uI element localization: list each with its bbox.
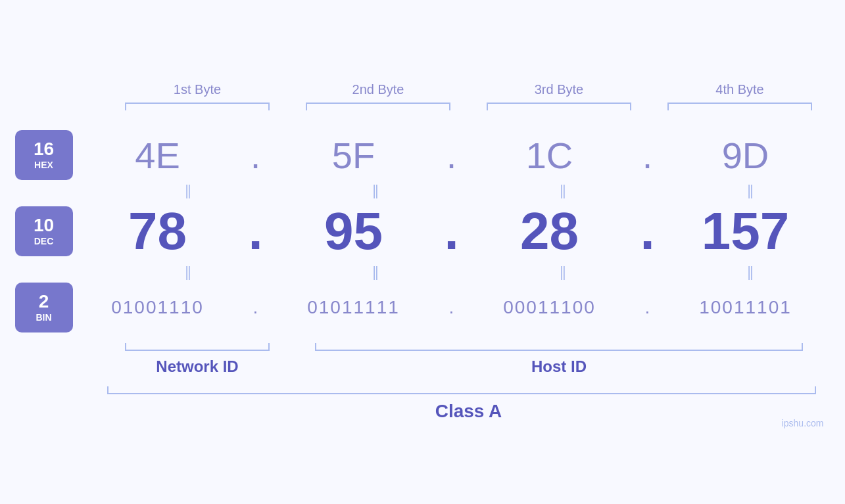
hex-badge: 16 HEX <box>15 130 73 180</box>
bottom-brackets-row <box>107 338 831 351</box>
byte-label-2: 2nd Byte <box>288 82 469 97</box>
bin-value-4: 10011101 <box>661 297 831 318</box>
class-bracket <box>107 386 816 394</box>
bin-badge: 2 BIN <box>15 283 73 332</box>
sep-1-2: || <box>295 182 456 199</box>
dec-value-4: 157 <box>661 201 831 262</box>
dec-row: 10 DEC 78 . 95 . 28 . 157 <box>15 201 831 262</box>
bottom-section: Network ID Host ID <box>107 338 831 376</box>
separator-row-1: || || || || <box>107 180 831 201</box>
bin-value-1: 01001110 <box>73 297 243 318</box>
hex-values-row: 4E . 5F . 1C . 9D <box>73 134 831 177</box>
network-id-label: Network ID <box>107 357 288 376</box>
byte-labels-row: 1st Byte 2nd Byte 3rd Byte 4th Byte <box>107 82 831 97</box>
byte-label-3: 3rd Byte <box>469 82 650 97</box>
network-bracket <box>125 343 270 351</box>
dec-values-row: 78 . 95 . 28 . 157 <box>73 201 831 262</box>
bin-values-row: 01001110 . 01011111 . 00011100 . 1001110… <box>73 297 831 318</box>
class-label: Class A <box>107 401 831 422</box>
byte-label-1: 1st Byte <box>107 82 288 97</box>
separator-row-2: || || || || <box>107 262 831 283</box>
sep-2-4: || <box>669 263 831 281</box>
bin-row: 2 BIN 01001110 . 01011111 . 00011100 . <box>15 283 831 332</box>
hex-value-4: 9D <box>661 134 831 177</box>
host-bracket-wrap <box>288 343 831 351</box>
class-section: Class A <box>107 386 831 422</box>
bin-dot-2: . <box>439 297 465 318</box>
bin-dot-1: . <box>243 297 269 318</box>
dec-dot-2: . <box>439 201 465 262</box>
dec-value-2: 95 <box>269 201 439 262</box>
dec-value-1: 78 <box>73 201 243 262</box>
dec-dot-3: . <box>635 201 661 262</box>
sep-2-3: || <box>482 263 643 281</box>
top-bracket-4 <box>650 103 831 110</box>
id-labels-row: Network ID Host ID <box>107 357 831 376</box>
bin-value-2: 01011111 <box>269 297 439 318</box>
sep-1-3: || <box>482 182 643 199</box>
hex-dot-1: . <box>243 134 269 177</box>
bin-dot-3: . <box>635 297 661 318</box>
byte-label-4: 4th Byte <box>650 82 831 97</box>
network-bracket-wrap <box>107 343 288 351</box>
sep-1-4: || <box>669 182 831 199</box>
top-brackets-row <box>107 103 831 110</box>
main-container: 1st Byte 2nd Byte 3rd Byte 4th Byte 16 H… <box>15 69 831 435</box>
hex-value-1: 4E <box>73 134 243 177</box>
top-bracket-3 <box>469 103 650 110</box>
bin-value-3: 00011100 <box>465 297 635 318</box>
hex-dot-2: . <box>439 134 465 177</box>
sep-2-1: || <box>107 263 268 281</box>
watermark: ipshu.com <box>782 418 824 428</box>
sep-2-2: || <box>295 263 456 281</box>
hex-value-3: 1C <box>465 134 635 177</box>
hex-value-2: 5F <box>269 134 439 177</box>
top-bracket-2 <box>288 103 469 110</box>
hex-dot-3: . <box>635 134 661 177</box>
sep-1-1: || <box>107 182 268 199</box>
dec-dot-1: . <box>243 201 269 262</box>
host-bracket <box>315 343 804 351</box>
top-bracket-1 <box>107 103 288 110</box>
hex-row: 16 HEX 4E . 5F . 1C . 9D <box>15 130 831 180</box>
dec-badge: 10 DEC <box>15 206 73 256</box>
host-id-label: Host ID <box>288 357 831 376</box>
dec-value-3: 28 <box>465 201 635 262</box>
